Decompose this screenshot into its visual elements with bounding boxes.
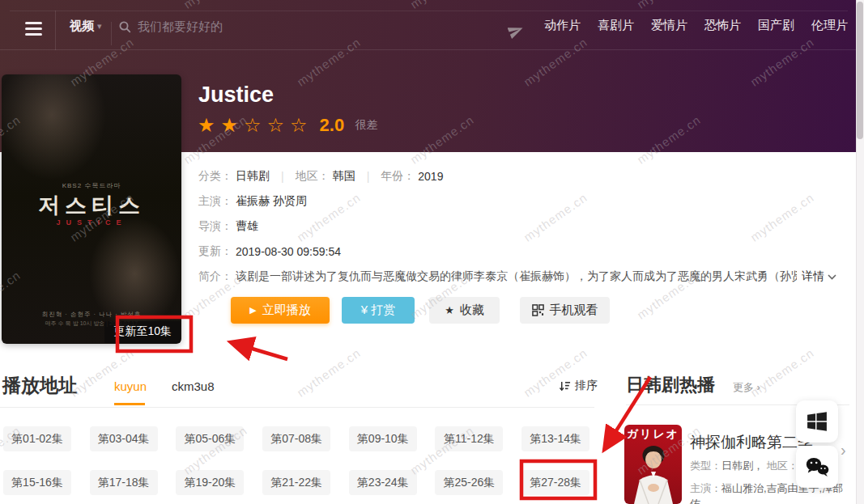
drama-poster[interactable]: KBS2 수목드라마 저스티스 JUSTICE 최진혁 · 손현주 · 나나 ·…	[2, 74, 181, 344]
tab-kuyun[interactable]: kuyun	[114, 379, 147, 393]
nav-link[interactable]: 动作片	[544, 18, 581, 33]
watermark-text: mytheme.cn	[747, 190, 816, 244]
page-title: Justice	[198, 83, 274, 108]
watermark-text: mytheme.cn	[294, 501, 363, 504]
channel-dropdown[interactable]: 视频 ▾	[70, 18, 102, 34]
active-tab-underline	[114, 403, 145, 405]
year-value[interactable]: 2019	[418, 170, 443, 183]
episode-button[interactable]: 第27-28集	[521, 470, 589, 495]
episode-button[interactable]: 第13-14集	[521, 426, 589, 451]
star-icons: ★★☆☆☆	[198, 116, 308, 135]
star-empty-icon[interactable]: ☆	[244, 116, 262, 135]
episode-button[interactable]: 第03-04集	[90, 426, 158, 451]
favorite-label: 收藏	[460, 303, 484, 318]
section-divider	[0, 407, 594, 408]
nav-link[interactable]: 国产剧	[758, 18, 794, 33]
nav-link[interactable]: 爱情片	[651, 18, 687, 33]
episode-button[interactable]: 第11-12集	[435, 426, 503, 451]
type-value: 日韩剧，	[721, 460, 764, 472]
play-button[interactable]: ▶ 立即播放	[231, 297, 330, 324]
hot-item-poster[interactable]: ガリレオ	[624, 425, 682, 504]
region-label: 地区：	[296, 169, 330, 184]
genre-nav: 动作片喜剧片爱情片恐怖片国产剧伦理片	[544, 0, 848, 50]
episode-button[interactable]: 第17-18集	[90, 470, 158, 495]
episode-button[interactable]: 第25-26集	[435, 470, 503, 495]
episode-button[interactable]: 第01-02集	[3, 426, 71, 451]
intro-text: 该剧是一部讲述为了复仇而与恶魔做交易的律师李泰京（崔振赫饰），为了家人而成为了恶…	[236, 269, 797, 284]
channel-label: 视频	[70, 19, 94, 34]
windows-float-button[interactable]	[796, 400, 838, 443]
nav-link[interactable]: 喜剧片	[598, 18, 634, 33]
actors-value[interactable]: 崔振赫 孙贤周	[236, 194, 307, 209]
episode-button[interactable]: 第15-16集	[3, 470, 71, 495]
detail-toggle[interactable]: 详情	[802, 269, 836, 284]
director-label: 导演：	[198, 219, 232, 234]
more-link[interactable]: 更多 ›	[733, 380, 760, 395]
meta-pipe: |	[281, 170, 284, 183]
tab-ckm3u8[interactable]: ckm3u8	[172, 379, 215, 393]
episode-button[interactable]: 第05-06集	[176, 426, 244, 451]
episode-button[interactable]: 第21-22集	[262, 470, 330, 495]
type-label: 类型：	[690, 460, 721, 472]
topbar-separator	[111, 22, 112, 45]
category-value[interactable]: 日韩剧	[236, 169, 270, 184]
wechat-float-button[interactable]	[796, 446, 838, 488]
search-box	[118, 19, 437, 33]
hot-item-type-row: 类型：日韩剧， 地区：日	[690, 459, 809, 473]
search-icon	[118, 20, 131, 33]
search-input[interactable]	[138, 19, 437, 33]
episode-button[interactable]: 第07-08集	[262, 426, 330, 451]
qr-code-icon	[532, 304, 544, 316]
play-label: 立即播放	[262, 303, 311, 318]
poster-network-line: KBS2 수목드라마	[2, 181, 181, 190]
scrollbar-track[interactable]	[856, 0, 864, 504]
poster-title-english: JUSTICE	[2, 218, 181, 227]
play-address-title: 播放地址	[2, 373, 77, 398]
detail-label: 详情	[802, 269, 824, 284]
sort-button[interactable]: 排序	[559, 379, 598, 393]
carousel-next-icon[interactable]: ›	[841, 441, 846, 460]
chevron-down-icon	[828, 274, 836, 280]
reward-button[interactable]: ¥ 打赏	[342, 297, 415, 324]
sort-label: 排序	[575, 379, 598, 393]
star-empty-icon[interactable]: ☆	[290, 116, 308, 135]
updated-label: 更新：	[198, 244, 232, 259]
top-navigation-bar: 视频 ▾ 动作片喜剧片爱情片恐怖片国产剧伦理片	[0, 0, 864, 50]
play-icon: ▶	[249, 305, 256, 316]
rating-value: 2.0	[320, 115, 345, 136]
region-label: 地区：	[767, 460, 798, 472]
hamburger-menu-icon[interactable]	[25, 22, 42, 36]
star-empty-icon[interactable]: ☆	[267, 116, 285, 135]
director-value[interactable]: 曹雄	[236, 219, 258, 234]
video-detail-page: 视频 ▾ 动作片喜剧片爱情片恐怖片国产剧伦理片 KBS2 수목드라마 저스티스 …	[0, 0, 864, 504]
watermark-text: mytheme.cn	[67, 501, 136, 504]
annotation-arrow-update-badge	[233, 343, 287, 359]
reward-label: ¥ 打赏	[361, 303, 396, 318]
rating-label: 很差	[355, 118, 377, 133]
episode-grid: 第01-02集第03-04集第05-06集第07-08集第09-10集第11-1…	[3, 426, 589, 495]
mobile-watch-button[interactable]: 手机观看	[520, 297, 610, 324]
nav-link[interactable]: 恐怖片	[704, 18, 741, 33]
episode-button[interactable]: 第23-24集	[349, 470, 417, 495]
episode-button[interactable]: 第19-20集	[176, 470, 244, 495]
star-icon: ★	[445, 304, 454, 316]
scrollbar-thumb[interactable]	[857, 2, 863, 139]
star-filled-icon[interactable]: ★	[198, 116, 215, 135]
star-filled-icon[interactable]: ★	[221, 116, 239, 135]
episode-button[interactable]: 第09-10集	[349, 426, 417, 451]
hot-item-title[interactable]: 神探伽利略第二季	[690, 432, 813, 453]
star-rating[interactable]: ★★☆☆☆ 2.0 很差	[198, 115, 377, 136]
send-icon[interactable]	[508, 23, 524, 39]
watermark-text: mytheme.cn	[521, 501, 589, 504]
windows-logo-icon	[807, 411, 828, 432]
meta-row-intro: 简介： 该剧是一部讲述为了复仇而与恶魔做交易的律师李泰京（崔振赫饰），为了家人而…	[198, 269, 836, 284]
favorite-button[interactable]: ★ 收藏	[429, 297, 500, 324]
watermark-text: mytheme.cn	[294, 345, 363, 400]
mobile-watch-label: 手机观看	[550, 303, 598, 318]
poster-title-korean: 저스티스	[2, 191, 181, 220]
region-value[interactable]: 韩国	[333, 169, 355, 184]
nav-link[interactable]: 伦理片	[811, 18, 848, 33]
more-label: 更多	[733, 381, 754, 393]
episode-update-badge: 更新至10集	[104, 321, 181, 343]
actors-label: 主演：	[690, 482, 721, 494]
